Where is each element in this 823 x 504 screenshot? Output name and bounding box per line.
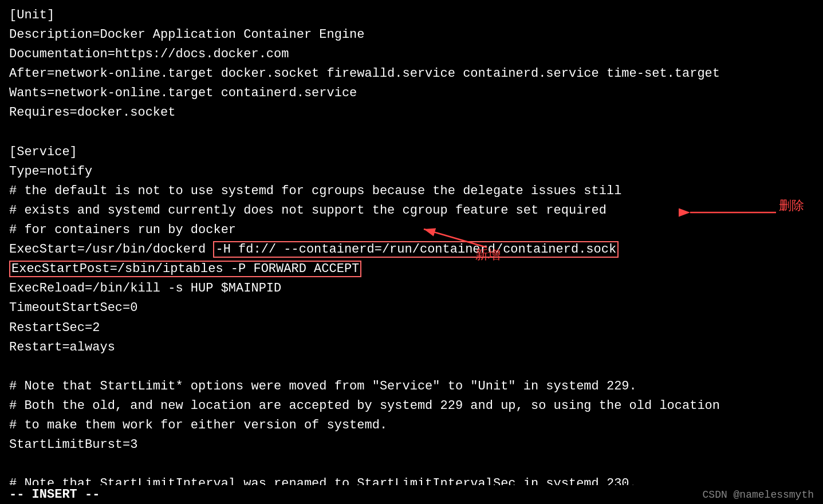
highlight-add-box: ExecStartPost=/sbin/iptables -P FORWARD … <box>9 261 361 277</box>
line-empty-2 <box>9 357 814 377</box>
line-2: Description=Docker Application Container… <box>9 25 814 45</box>
line-23: StartLimitBurst=3 <box>9 435 814 455</box>
line-17: RestartSec=2 <box>9 318 814 338</box>
line-12: # for containers run by docker <box>9 220 814 240</box>
svg-line-3 <box>424 229 487 247</box>
annotation-add-label: 新增 <box>475 246 501 263</box>
line-9: Type=notify <box>9 162 814 182</box>
line-empty-3 <box>9 455 814 474</box>
line-empty-1 <box>9 123 814 143</box>
delete-arrow <box>684 204 787 221</box>
line-8: [Service] <box>9 143 814 162</box>
annotation-delete-label: 删除 <box>779 197 804 214</box>
line-18: Restart=always <box>9 338 814 357</box>
watermark-label: CSDN @namelessmyth <box>703 489 814 501</box>
insert-mode-label: -- INSERT -- <box>9 487 100 502</box>
status-bar: -- INSERT -- CSDN @namelessmyth <box>0 485 823 504</box>
line-16: TimeoutStartSec=0 <box>9 298 814 318</box>
line-execstartpost: ExecStartPost=/sbin/iptables -P FORWARD … <box>9 259 814 279</box>
line-20: # Note that StartLimit* options were mov… <box>9 377 814 396</box>
line-15: ExecReload=/bin/kill -s HUP $MAINPID <box>9 279 814 298</box>
line-execstart: ExecStart=/usr/bin/dockerd -H fd:// --co… <box>9 240 814 259</box>
line-10: # the default is not to use systemd for … <box>9 182 814 201</box>
line-4: After=network-online.target docker.socke… <box>9 64 814 84</box>
line-3: Documentation=https://docs.docker.com <box>9 45 814 64</box>
line-5: Wants=network-online.target containerd.s… <box>9 84 814 103</box>
line-6: Requires=docker.socket <box>9 103 814 123</box>
line-22: # to make them work for either version o… <box>9 416 814 435</box>
line-21: # Both the old, and new location are acc… <box>9 396 814 416</box>
line-1: [Unit] <box>9 6 814 25</box>
terminal: [Unit] Description=Docker Application Co… <box>0 0 823 504</box>
